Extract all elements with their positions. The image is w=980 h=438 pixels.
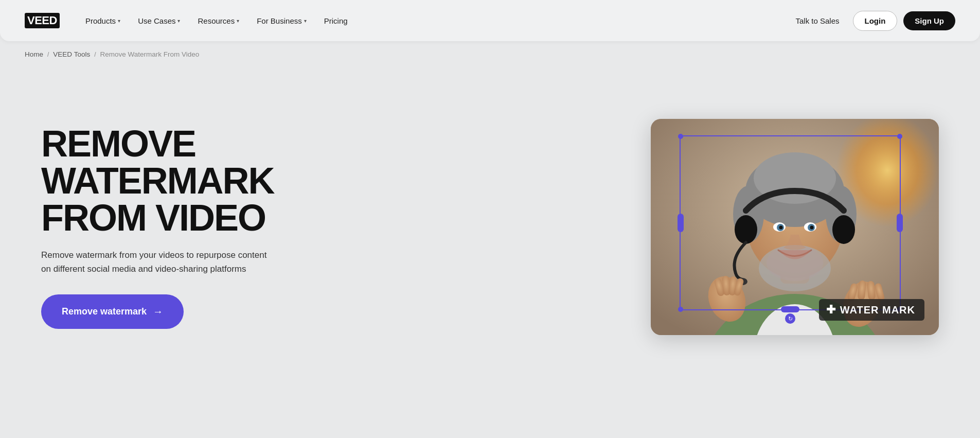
nav-use-cases[interactable]: Use Cases ▾ <box>131 12 187 29</box>
breadcrumb-home[interactable]: Home <box>25 50 43 58</box>
nav-links: Products ▾ Use Cases ▾ Resources ▾ For B… <box>78 12 355 29</box>
logo-text: VEED <box>25 13 60 28</box>
chevron-down-icon: ▾ <box>304 18 307 24</box>
svg-point-18 <box>735 215 757 244</box>
arrow-right-icon: → <box>153 306 163 318</box>
remove-watermark-button[interactable]: Remove watermark → <box>41 294 184 329</box>
signup-button[interactable]: Sign Up <box>903 11 955 30</box>
login-button[interactable]: Login <box>853 11 898 31</box>
hero-content: REMOVE WATERMARK FROM VIDEO Remove water… <box>41 125 309 329</box>
nav-pricing[interactable]: Pricing <box>317 12 355 29</box>
chevron-down-icon: ▾ <box>237 18 239 24</box>
breadcrumb-current: Remove Watermark From Video <box>100 50 200 58</box>
watermark-badge: ✚ WATER MARK <box>819 299 924 321</box>
chevron-down-icon: ▾ <box>177 18 180 24</box>
nav-left: VEED Products ▾ Use Cases ▾ Resources ▾ … <box>25 12 355 29</box>
cta-label: Remove watermark <box>62 306 147 317</box>
navigation: VEED Products ▾ Use Cases ▾ Resources ▾ … <box>0 0 980 41</box>
svg-point-19 <box>832 215 855 244</box>
breadcrumb-separator: / <box>47 51 49 58</box>
nav-resources-label: Resources <box>198 16 235 25</box>
nav-products-label: Products <box>85 16 116 25</box>
chevron-down-icon: ▾ <box>118 18 120 24</box>
svg-point-17 <box>810 226 814 230</box>
video-background: ↻ ✚ WATER MARK <box>651 119 939 335</box>
nav-for-business[interactable]: For Business ▾ <box>250 12 314 29</box>
talk-to-sales-link[interactable]: Talk to Sales <box>788 12 846 29</box>
nav-pricing-label: Pricing <box>324 16 348 25</box>
video-preview: ↻ ✚ WATER MARK <box>651 119 939 335</box>
nav-right: Talk to Sales Login Sign Up <box>788 11 955 31</box>
hero-title: REMOVE WATERMARK FROM VIDEO <box>41 125 309 236</box>
watermark-text: WATER MARK <box>840 304 915 316</box>
nav-for-business-label: For Business <box>257 16 302 25</box>
logo[interactable]: VEED <box>25 13 60 28</box>
breadcrumb: Home / VEED Tools / Remove Watermark Fro… <box>0 41 980 67</box>
nav-resources[interactable]: Resources ▾ <box>190 12 246 29</box>
breadcrumb-separator: / <box>94 51 96 58</box>
nav-use-cases-label: Use Cases <box>138 16 175 25</box>
breadcrumb-tools[interactable]: VEED Tools <box>53 50 90 58</box>
hero-section: REMOVE WATERMARK FROM VIDEO Remove water… <box>0 67 980 397</box>
hero-description: Remove watermark from your videos to rep… <box>41 249 268 276</box>
svg-point-16 <box>779 226 783 230</box>
nav-products[interactable]: Products ▾ <box>78 12 128 29</box>
watermark-plus-icon: ✚ <box>826 303 836 317</box>
